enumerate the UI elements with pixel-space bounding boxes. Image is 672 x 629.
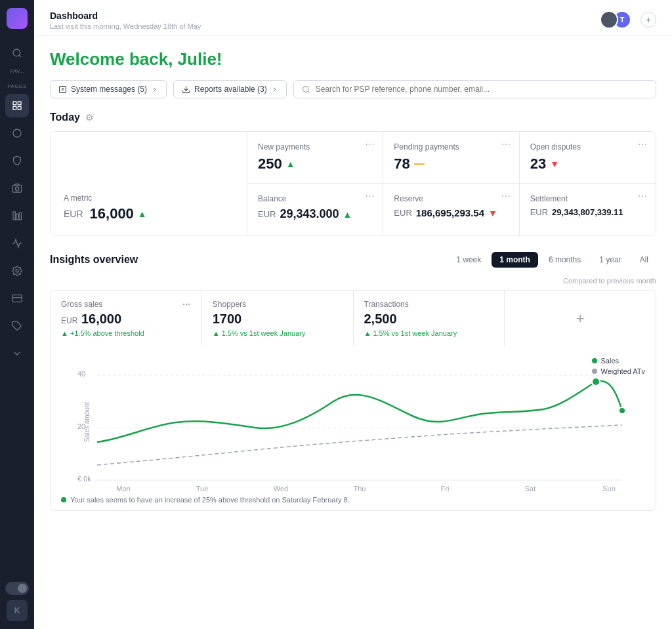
insights-header: Insights overview 1 week 1 month 6 month… [50, 252, 656, 268]
search-input[interactable] [316, 85, 648, 94]
main-content: Dashboard Last visit this morning, Wedne… [34, 0, 672, 629]
svg-point-24 [183, 304, 184, 304]
svg-point-7 [15, 187, 18, 190]
metric-main-prefix: EUR [64, 209, 83, 219]
svg-rect-5 [13, 106, 16, 110]
x-label-wed: Wed [274, 485, 288, 493]
keyboard-shortcut-btn[interactable]: K [7, 600, 28, 621]
period-tab-all[interactable]: All [632, 252, 656, 268]
metrics-grid: A metric EUR 16,000 ▲ ··· New payments 2… [50, 131, 656, 236]
metric-card-pending-payments: ··· Pending payments 78 — [383, 132, 519, 184]
metric-settlement-value: EUR 29,343,807,339.11 [530, 207, 645, 217]
metric-disputes-more-icon[interactable]: ··· [638, 138, 648, 149]
metric-card-new-payments: ··· New payments 250 ▲ [247, 132, 383, 184]
svg-rect-8 [12, 185, 21, 192]
chart-peak-dot [592, 378, 600, 386]
action-bar: System messages (5) Reports available (3… [50, 80, 656, 98]
metric-card-reserve: ··· Reserve EUR 186,695,293.54 ▼ [383, 184, 519, 235]
metric-card-balance: ··· Balance EUR 29,343.000 ▲ [247, 184, 383, 235]
x-label-mon: Mon [116, 485, 130, 493]
chart-line-sales [97, 381, 622, 442]
insight-transactions-value: 2,500 [364, 312, 494, 327]
chart-footer: Your sales seems to have an increase of … [61, 496, 645, 504]
svg-rect-11 [19, 213, 21, 220]
metric-new-payments-value: 250 ▲ [258, 155, 372, 172]
insight-card-gross-sales: Gross sales EUR 16,000 ▲ +1.5% above thr… [51, 291, 202, 346]
metric-new-payments-trend-icon: ▲ [286, 159, 295, 169]
metric-balance-more-icon[interactable]: ··· [366, 190, 375, 201]
today-section-header: Today ⚙ [50, 112, 656, 123]
period-tab-6months[interactable]: 6 months [541, 252, 589, 268]
metric-main-value: EUR 16,000 ▲ [64, 205, 234, 222]
insight-shoppers-value: 1700 [213, 312, 343, 327]
metric-new-payments-label: New payments [258, 142, 372, 152]
sidebar-search-icon[interactable] [5, 41, 29, 65]
theme-toggle[interactable] [5, 582, 29, 595]
svg-point-12 [16, 270, 18, 272]
chart-footer-text: Your sales seems to have an increase of … [70, 496, 350, 504]
compared-label: Compared to previous month [50, 277, 656, 285]
reports-button[interactable]: Reports available (3) [173, 80, 287, 98]
insight-gross-sales-more-icon[interactable] [182, 300, 191, 309]
x-label-thu: Thu [354, 485, 366, 493]
metric-disputes-value: 23 ▼ [530, 155, 645, 172]
chart-legend: Sales Weighted ATv [592, 357, 645, 375]
app-logo[interactable] [7, 8, 28, 29]
avatar-user1[interactable] [600, 10, 618, 29]
sidebar-bars-icon[interactable] [5, 204, 29, 228]
metric-disputes-label: Open disputes [530, 142, 645, 152]
add-user-button[interactable]: + [640, 12, 656, 28]
system-messages-button[interactable]: System messages (5) [50, 80, 167, 98]
svg-rect-10 [16, 214, 18, 220]
svg-rect-9 [13, 212, 15, 220]
sidebar-tag-icon[interactable] [5, 314, 29, 338]
legend-label-sales: Sales [601, 357, 620, 365]
today-settings-icon[interactable]: ⚙ [85, 112, 94, 123]
metric-card-disputes: ··· Open disputes 23 ▼ [520, 132, 656, 184]
welcome-title: Welcome back, Julie! [50, 49, 656, 70]
metric-main-number: 16,000 [90, 205, 134, 222]
y-label-0: € 0k [77, 475, 91, 483]
header-right: T + [600, 10, 656, 29]
sidebar-camera-icon[interactable] [5, 176, 29, 200]
metric-balance-trend-icon: ▲ [343, 209, 352, 220]
metric-main-trend-icon: ▲ [138, 209, 147, 219]
metric-new-payments-more-icon[interactable]: ··· [366, 138, 375, 149]
metric-settlement-more-icon[interactable]: ··· [638, 190, 648, 201]
y-label-40: 40 [77, 370, 85, 378]
svg-rect-13 [12, 295, 22, 302]
page-subtitle: Last visit this morning, Wednesday 18th … [50, 22, 201, 30]
chart-svg: 40 20 € 0k Sales amount [61, 357, 645, 488]
legend-item-weighted: Weighted ATv [592, 367, 645, 375]
add-metric-button[interactable]: + [505, 291, 656, 346]
svg-point-22 [186, 304, 186, 304]
sidebar-chevron-down-icon[interactable] [5, 342, 29, 365]
svg-line-1 [19, 55, 21, 57]
sidebar-dashboard-icon[interactable] [5, 94, 29, 117]
metric-balance-label: Balance [258, 194, 372, 203]
insight-shoppers-label: Shoppers [213, 300, 343, 309]
page-content: Welcome back, Julie! System messages (5)… [34, 36, 672, 629]
period-tab-1week[interactable]: 1 week [448, 252, 489, 268]
svg-point-20 [303, 86, 308, 92]
sidebar-card-icon[interactable] [5, 287, 29, 310]
period-tab-1year[interactable]: 1 year [591, 252, 629, 268]
sidebar-shield-icon[interactable] [5, 149, 29, 172]
metric-reserve-more-icon[interactable]: ··· [501, 190, 511, 201]
legend-label-weighted: Weighted ATv [601, 367, 645, 375]
chart-footer-dot [61, 497, 66, 502]
insight-transactions-label: Transactions [364, 300, 494, 309]
sidebar-circle-icon[interactable] [5, 121, 29, 145]
sidebar-chart-icon[interactable] [5, 232, 29, 255]
sidebar: FAV... PAGES K [0, 0, 34, 629]
insight-shoppers-change: ▲ 1.5% vs 1st week January [213, 329, 343, 337]
x-label-fri: Fri [441, 485, 450, 493]
insight-gross-sales-change: ▲ +1.5% above threshold [61, 329, 191, 337]
sidebar-settings-icon[interactable] [5, 259, 29, 283]
metric-pending-more-icon[interactable]: ··· [501, 138, 511, 149]
metric-card-main: A metric EUR 16,000 ▲ [51, 132, 247, 235]
period-tab-1month[interactable]: 1 month [492, 252, 538, 268]
insight-transactions-change: ▲ 1.5% vs 1st week January [364, 329, 494, 337]
metric-balance-value: EUR 29,343.000 ▲ [258, 207, 372, 221]
metric-card-settlement: ··· Settlement EUR 29,343,807,339.11 [520, 184, 656, 235]
